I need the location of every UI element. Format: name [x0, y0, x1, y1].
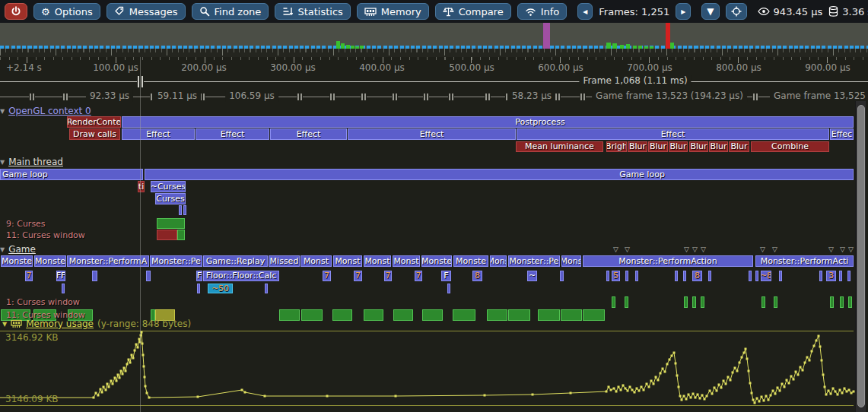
lock-activity[interactable]: [422, 309, 443, 321]
timeline-zone[interactable]: Monste: [453, 255, 488, 267]
timeline-zone[interactable]: [606, 271, 609, 281]
timeline-zone[interactable]: Effect: [270, 128, 347, 140]
timeline-zone[interactable]: ~50: [208, 284, 233, 293]
timeline-zone[interactable]: Mean luminance: [516, 141, 603, 152]
timeline-zone[interactable]: ~Curses: [151, 181, 186, 192]
timeline-zone[interactable]: Blur: [709, 141, 728, 152]
memory-button[interactable]: Memory: [357, 3, 429, 20]
lock-activity[interactable]: [364, 309, 383, 321]
timeline-zone[interactable]: Monst: [333, 255, 362, 267]
timeline-zone[interactable]: Combine: [751, 141, 829, 152]
lock-activity[interactable]: [774, 296, 777, 308]
timeline-zone[interactable]: [755, 271, 758, 281]
timeline-zone[interactable]: Brigh: [606, 141, 627, 152]
timeline-zone[interactable]: [839, 271, 842, 281]
timeline-zone[interactable]: [819, 271, 822, 281]
timeline-zone[interactable]: Effect: [348, 128, 516, 140]
timeline-zone[interactable]: Effect: [196, 128, 269, 140]
timeline-zone[interactable]: [847, 271, 851, 281]
timeline-zone[interactable]: Blur: [689, 141, 708, 152]
timeline-zone[interactable]: Floor::Floor::Calc: [203, 271, 279, 281]
lock-activity[interactable]: [830, 296, 834, 308]
lock-activity[interactable]: [157, 230, 177, 240]
timeline-zone[interactable]: 7: [25, 271, 33, 281]
lock-activity[interactable]: [761, 296, 765, 308]
collapse-triangle-icon[interactable]: ▼: [2, 321, 7, 328]
timeline-zone[interactable]: 8: [692, 271, 702, 281]
focus-crosshair-button[interactable]: [726, 3, 747, 20]
scrollbar-handle[interactable]: [857, 105, 865, 407]
lock-activity[interactable]: [301, 309, 323, 321]
timeline-zone[interactable]: Mons: [561, 255, 581, 267]
timeline-zone[interactable]: [779, 271, 782, 281]
message-marker[interactable]: ▽: [760, 246, 765, 253]
timeline-zone[interactable]: [635, 271, 638, 281]
messages-button[interactable]: Messages: [107, 3, 186, 20]
memory-usage-title[interactable]: Memory usage: [26, 319, 94, 329]
lock-activity[interactable]: [701, 296, 704, 308]
lock-activity[interactable]: [848, 296, 852, 308]
timeline-zone[interactable]: Curses: [155, 193, 186, 204]
timeline-zone[interactable]: F: [196, 271, 202, 281]
timeline-zone[interactable]: Monst: [393, 255, 420, 267]
section-header-opengl-context-0[interactable]: ▼OpenGL context 0: [0, 106, 91, 116]
timeline-zone[interactable]: [625, 271, 628, 281]
timeline-zone[interactable]: F: [441, 271, 451, 281]
timeline-zone[interactable]: ~8: [761, 271, 771, 281]
timeline-zone[interactable]: Game loop: [145, 169, 854, 180]
lock-activity[interactable]: [508, 309, 530, 321]
timeline-zone[interactable]: Monster::PerformA: [67, 255, 149, 267]
message-marker[interactable]: ▽: [613, 246, 618, 253]
message-marker[interactable]: ▽: [772, 246, 777, 253]
lock-activity[interactable]: [692, 296, 696, 308]
lock-activity[interactable]: [453, 309, 475, 321]
message-marker[interactable]: ▽: [840, 246, 845, 253]
timeline-zone[interactable]: Monster::PerformAction: [583, 255, 753, 267]
timeline-zone[interactable]: [683, 271, 686, 281]
power-button[interactable]: [5, 3, 27, 20]
message-marker[interactable]: ▽: [684, 246, 689, 253]
timeline-zone[interactable]: Mons: [490, 255, 507, 267]
timeline-zone[interactable]: 3: [826, 271, 836, 281]
lock-label[interactable]: 1: Curses window: [6, 297, 80, 307]
frame-overview[interactable]: [0, 23, 868, 57]
timeline-zone[interactable]: ti: [138, 181, 145, 192]
timeline-zone[interactable]: Blur: [648, 141, 668, 152]
timeline-zone[interactable]: [708, 271, 711, 281]
timeline-zone[interactable]: Blur: [729, 141, 749, 152]
lock-activity[interactable]: [840, 296, 844, 308]
timeline-zone[interactable]: [146, 271, 151, 281]
timeline-zone[interactable]: Postprocess: [122, 116, 854, 128]
lock-label[interactable]: 11: Curses window: [6, 230, 85, 240]
timeline-zone[interactable]: Monste: [421, 255, 452, 267]
lock-activity[interactable]: [157, 218, 185, 229]
timeline-zone[interactable]: RenderConte: [67, 116, 121, 128]
lock-activity[interactable]: [393, 309, 413, 321]
section-header-main-thread[interactable]: ▼Main thread: [0, 157, 63, 167]
lock-activity[interactable]: [177, 230, 185, 240]
vertical-scrollbar[interactable]: [855, 101, 866, 412]
section-header-game[interactable]: ▼Game: [0, 244, 36, 255]
timeline-zone[interactable]: 7: [354, 271, 362, 281]
timeline-zone[interactable]: [179, 205, 182, 215]
lock-activity[interactable]: [538, 309, 560, 321]
timeline-zone[interactable]: FF: [56, 271, 65, 281]
timeline-zone[interactable]: Effect: [517, 128, 829, 140]
memory-section-header[interactable]: ▼ Memory usage (y-range: 848 bytes): [2, 319, 191, 329]
message-marker[interactable]: ▽: [828, 246, 834, 253]
subframe-band[interactable]: 92.33 µs59.11 µs106.59 µs58.23 µsGame fr…: [0, 90, 868, 103]
timeline-zone[interactable]: [675, 271, 678, 281]
timeline-zone[interactable]: [197, 284, 200, 293]
lock-activity[interactable]: [279, 309, 300, 321]
next-frame-button[interactable]: ▸: [676, 3, 691, 20]
timeline-zone[interactable]: Monster::Pe: [508, 255, 560, 267]
timeline-zone[interactable]: 7: [415, 271, 422, 281]
lock-activity[interactable]: [583, 309, 605, 321]
timeline-zone[interactable]: [749, 271, 752, 281]
timeline-zone[interactable]: Game loop: [0, 169, 143, 180]
info-button[interactable]: Info: [517, 3, 568, 20]
lock-activity[interactable]: [332, 309, 352, 321]
message-marker[interactable]: ▽: [848, 246, 854, 253]
timeline-zone[interactable]: 8: [472, 271, 482, 281]
timeline-zone[interactable]: Blur: [628, 141, 647, 152]
